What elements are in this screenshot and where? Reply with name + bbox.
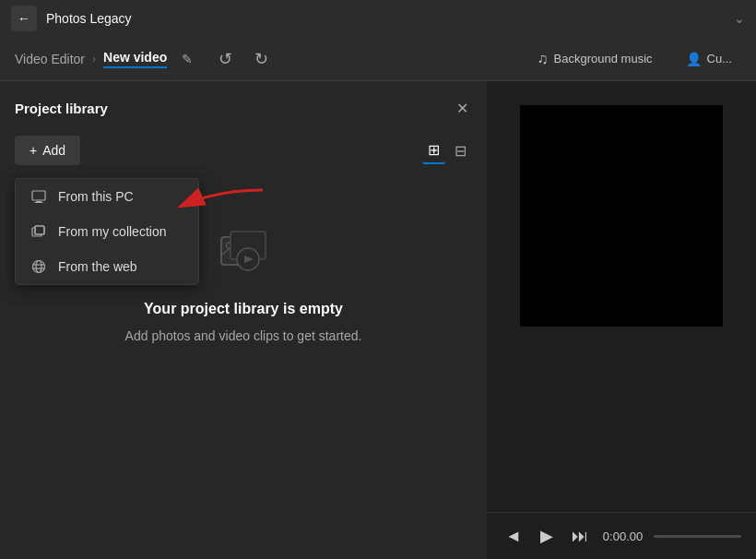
window-control-hint: ⌄	[734, 11, 745, 26]
pc-icon	[30, 188, 47, 205]
music-note-icon: ♫	[537, 51, 549, 67]
title-bar: ← Photos Legacy ⌄	[0, 0, 756, 37]
video-preview	[520, 105, 723, 327]
timeline-bar[interactable]	[654, 535, 741, 538]
breadcrumb-parent[interactable]: Video Editor	[15, 52, 85, 66]
red-arrow-indicator	[161, 181, 272, 231]
from-web-label: From the web	[58, 259, 137, 274]
add-button[interactable]: + Add	[15, 136, 80, 165]
empty-state-icon	[214, 220, 273, 290]
add-label: Add	[42, 143, 65, 158]
view-toggle: ⊞ ⊟	[422, 137, 472, 164]
svg-point-7	[36, 261, 41, 273]
plus-icon: +	[30, 143, 37, 158]
add-btn-row: + Add ⊞ ⊟	[15, 136, 472, 165]
back-button[interactable]: ←	[11, 6, 37, 31]
breadcrumb: Video Editor › New video ✎	[15, 50, 193, 68]
custom-label: Cu...	[707, 52, 732, 65]
toolbar: Video Editor › New video ✎ ↺ ↻ ♫ Backgro…	[0, 37, 756, 81]
left-panel: Project library ✕ + Add ⊞ ⊟	[0, 81, 487, 559]
empty-state-title: Your project library is empty	[144, 301, 343, 317]
undo-button[interactable]: ↺	[211, 45, 240, 73]
play-button[interactable]: ▶	[537, 522, 557, 550]
list-view-button[interactable]: ⊟	[449, 137, 472, 164]
collapse-panel-button[interactable]: ✕	[453, 96, 472, 121]
svg-point-6	[33, 261, 45, 273]
custom-icon: 👤	[686, 52, 702, 66]
toolbar-actions: ↺ ↻	[211, 45, 276, 73]
web-icon	[30, 258, 47, 275]
step-forward-button[interactable]: ⏭	[568, 523, 592, 550]
main-layout: Project library ✕ + Add ⊞ ⊟	[0, 81, 756, 559]
from-collection-label: From my collection	[58, 224, 166, 239]
collection-icon	[30, 223, 47, 240]
grid-view-button[interactable]: ⊞	[422, 137, 445, 164]
from-pc-label: From this PC	[58, 189, 134, 204]
right-panel: ◄ ▶ ⏭ 0:00.00	[487, 81, 756, 559]
time-display: 0:00.00	[603, 529, 643, 543]
video-controls: ◄ ▶ ⏭ 0:00.00	[487, 512, 756, 559]
redo-button[interactable]: ↻	[247, 45, 276, 73]
project-library-title: Project library	[15, 101, 108, 116]
breadcrumb-current[interactable]: New video	[103, 50, 167, 68]
svg-rect-0	[32, 191, 45, 200]
breadcrumb-separator: ›	[92, 53, 96, 65]
edit-title-icon[interactable]: ✎	[182, 52, 193, 66]
toolbar-right: ♫ Background music 👤 Cu...	[528, 45, 741, 73]
dropdown-item-from-web[interactable]: From the web	[16, 249, 198, 284]
svg-rect-4	[35, 226, 44, 234]
rewind-button[interactable]: ◄	[502, 523, 526, 550]
app-title: Photos Legacy	[46, 11, 132, 26]
background-music-button[interactable]: ♫ Background music	[528, 45, 662, 73]
project-library-header: Project library ✕	[15, 96, 472, 121]
window-controls: ⌄	[734, 11, 745, 26]
empty-state-subtitle: Add photos and video clips to get starte…	[125, 328, 362, 343]
background-music-label: Background music	[554, 52, 653, 65]
custom-button[interactable]: 👤 Cu...	[677, 46, 741, 72]
